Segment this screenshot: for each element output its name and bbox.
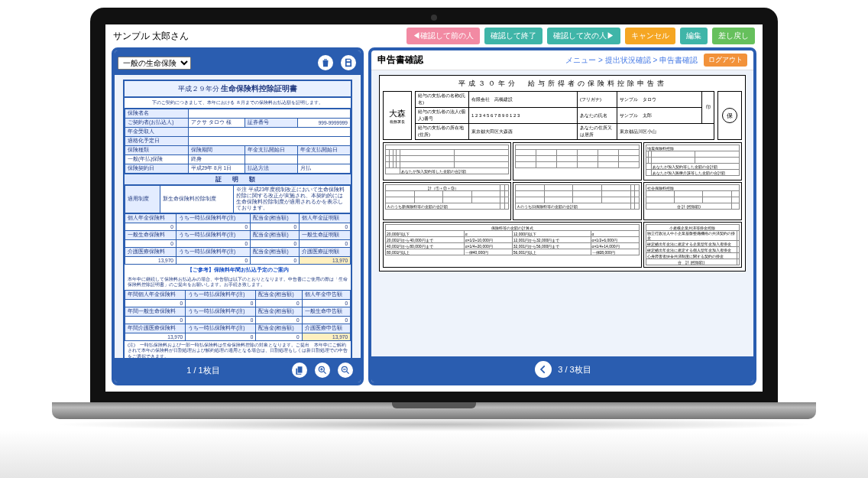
cert-disclaimer: (注) 一時払保険料および一部一時払保険料は生命保険料控除の対象となります。ご提…: [125, 341, 351, 359]
logout-button[interactable]: ログアウト: [704, 54, 747, 67]
zoom-in-button[interactable]: [313, 361, 332, 379]
earthquake-box: 地震保険料控除 あなたが加入契約等した金額の合計額 あなたが加入医療介護等した金…: [643, 142, 742, 180]
zoom-out-icon: [340, 365, 351, 376]
formula-box: 保険料等の金額の計算式 20,000円以下α12,000円以下α 20,001円…: [383, 222, 642, 268]
zoom-out-button[interactable]: [336, 361, 355, 379]
cert-section1-title: 【ご参考】保険料年間お払込予定のご案内: [125, 265, 351, 275]
floppy-icon: [343, 57, 354, 68]
confirm-prev-button[interactable]: ◀確認して前の人: [406, 28, 480, 44]
declaration-form: 平成３０年分 給与所得者の保険料控除申告書 大森 税務署長: [379, 75, 746, 272]
edit-button[interactable]: 編集: [680, 28, 708, 44]
reject-button[interactable]: 差し戻し: [712, 28, 755, 44]
declaration-header: 申告書確認 メニュー > 提出状況確認 > 申告書確認 ログアウト: [371, 50, 753, 70]
evidence-header: 一般の生命保険: [115, 50, 361, 75]
delete-evidence-button[interactable]: [316, 54, 335, 72]
camera-dot: [431, 15, 437, 21]
evidence-pane: 一般の生命保険 平成２９年分 生命保険料控除証明書: [112, 47, 364, 385]
cert-amount-table-1: 個人年金保険料うち一時払保険料年(注)配当金(相当額)個人年金証明額 0000 …: [125, 213, 351, 265]
social-insurance-box: 社会保険料控除 合 計 (控除額): [643, 182, 742, 220]
topbar: サンプル 太郎さん ◀確認して前の人 確認して終了 確認して次の人▶ キャンセル…: [105, 24, 763, 47]
cert-subtitle: 下のご契約につきまして、本年における ８月までの保険料お払込額を証明します。: [125, 98, 351, 109]
copy-evidence-button[interactable]: [290, 361, 309, 379]
declaration-footer: 3 / 3枚目: [371, 356, 753, 382]
confirm-next-button[interactable]: 確認して次の人▶: [547, 28, 620, 44]
decl-header: 大森 税務署長 給与の支払者の名称(氏名) 有限会社 高橋建設: [383, 91, 742, 140]
confirm-end-button[interactable]: 確認して終了: [484, 28, 542, 44]
tax-office-box: 大森 税務署長: [383, 91, 412, 140]
life-insurance-box-1: あなたが加入契約等した金額の合計額: [383, 142, 511, 180]
seal-box: 保: [717, 91, 742, 140]
pension-box: Ａのうち旧保険料等の金額の合計額: [513, 182, 641, 220]
evidence-page-count: 1 / 1枚目: [121, 365, 286, 376]
user-display: サンプル 太郎さん: [113, 30, 189, 43]
zoom-in-icon: [317, 365, 328, 376]
care-medical-box: 計（①＋②＋③） Ａのうち新保険料等の金額の合計額: [383, 182, 511, 220]
declaration-title: 申告書確認: [377, 54, 423, 67]
cert-basic-table: 保険者名 ご契約者(お払込人) アクサ タロウ 様 証券番号 999-99999…: [125, 109, 351, 174]
decl-body: あなたが加入契約等した金額の合計額: [383, 142, 742, 268]
laptop-shadow: [52, 418, 816, 431]
prev-page-button[interactable]: [533, 359, 553, 379]
evidence-footer: 1 / 1枚目: [115, 358, 361, 382]
decl-mid-header: 給与の支払者の名称(氏名) 有限会社 高橋建設 (フリガナ) サンプル タロウ …: [415, 91, 714, 140]
declaration-page-count: 3 / 3枚目: [558, 364, 591, 376]
decl-title: 平成３０年分 給与所得者の保険料控除申告書: [383, 79, 742, 89]
save-evidence-button[interactable]: [339, 54, 358, 72]
app-screen: サンプル 太郎さん ◀確認して前の人 確認して終了 確認して次の人▶ キャンセル…: [105, 24, 763, 392]
cancel-button[interactable]: キャンセル: [625, 28, 675, 44]
cert-title: 平成２９年分 生命保険料控除証明書: [125, 81, 351, 98]
laptop-frame: サンプル 太郎さん ◀確認して前の人 確認して終了 確認して次の人▶ キャンセル…: [90, 8, 778, 402]
declaration-viewport[interactable]: 平成３０年分 給与所得者の保険料控除申告書 大森 税務署長: [371, 70, 753, 356]
mutual-aid-box: 小規模企業共済等掛金控除 独立行政法人中小企業基盤整備機構の共済契約の掛金 確定…: [643, 222, 742, 268]
laptop-base: [52, 402, 816, 419]
cert-section1-note: 本年中に継続して保険料お払込みの場合、申告額は以下のとおりとなります。申告書にご…: [125, 275, 351, 290]
laptop-mockup: サンプル 太郎さん ◀確認して前の人 確認して終了 確認して次の人▶ キャンセル…: [90, 8, 778, 431]
life-insurance-box-2: [513, 142, 641, 180]
trash-icon: [320, 57, 331, 68]
cert-band: 証 明 額: [125, 174, 351, 185]
seal-icon: 保: [722, 108, 737, 123]
cert-system-row: 適用制度 新生命保険料控除制度 ※注 平成23年度税制改正において生命保険料控除…: [125, 185, 351, 213]
copy-icon: [294, 365, 305, 376]
cert-amount-table-2: 年間個人年金保険料うち一時払保険料年(注)配当金(相当額)個人年金申告額 000…: [125, 290, 351, 341]
insurance-certificate: 平成２９年分 生命保険料控除証明書 下のご契約につきまして、本年における ８月ま…: [123, 80, 352, 358]
declaration-pane: 申告書確認 メニュー > 提出状況確認 > 申告書確認 ログアウト 平成３０年分…: [368, 47, 756, 385]
breadcrumb: メニュー > 提出状況確認 > 申告書確認: [565, 55, 698, 66]
evidence-type-select[interactable]: 一般の生命保険: [118, 57, 191, 70]
chevron-left-icon: [538, 364, 549, 375]
evidence-viewport[interactable]: 平成２９年分 生命保険料控除証明書 下のご契約につきまして、本年における ８月ま…: [115, 75, 361, 358]
split-panes: 一般の生命保険 平成２９年分 生命保険料控除証明書: [105, 47, 763, 392]
